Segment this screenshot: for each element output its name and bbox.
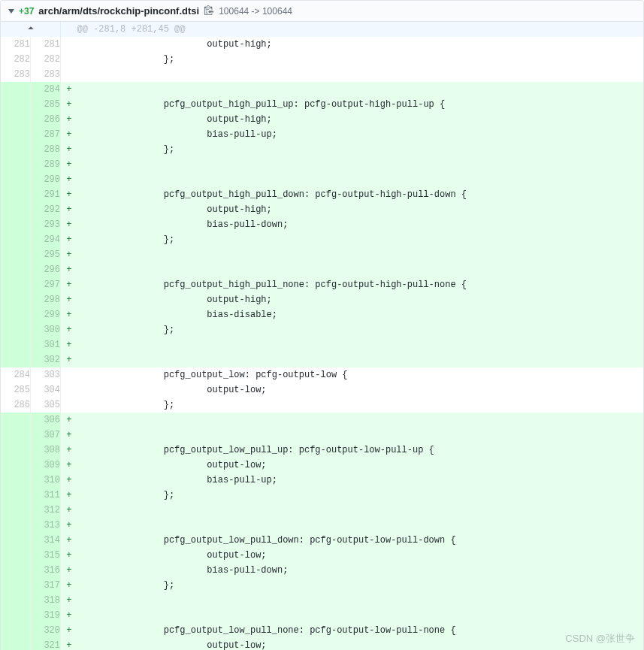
diff-marker: + (61, 172, 77, 187)
new-line-number[interactable]: 298 (31, 292, 61, 307)
new-line-number[interactable]: 321 (31, 638, 61, 650)
new-line-number[interactable]: 306 (31, 413, 61, 428)
new-line-number[interactable]: 295 (31, 247, 61, 262)
old-line-number[interactable] (1, 277, 31, 292)
old-line-number[interactable] (1, 443, 31, 458)
new-line-number[interactable]: 282 (31, 52, 61, 67)
diff-marker (61, 382, 77, 398)
new-line-number[interactable]: 290 (31, 172, 61, 187)
new-line-number[interactable]: 285 (31, 97, 61, 112)
new-line-number[interactable]: 304 (31, 382, 61, 398)
expand-up-row[interactable]: @@ -281,8 +281,45 @@ (1, 22, 644, 37)
old-line-number[interactable] (1, 623, 31, 638)
new-line-number[interactable]: 296 (31, 262, 61, 277)
new-line-number[interactable]: 302 (31, 352, 61, 367)
old-line-number[interactable]: 282 (1, 52, 31, 67)
old-line-number[interactable] (1, 638, 31, 650)
old-line-number[interactable] (1, 97, 31, 112)
expand-up-icon[interactable] (1, 22, 60, 37)
old-line-number[interactable] (1, 142, 31, 157)
diff-row: 297+ pcfg_output_high_pull_none: pcfg-ou… (1, 277, 644, 292)
new-line-number[interactable]: 283 (31, 67, 61, 82)
code-cell (77, 172, 644, 187)
new-line-number[interactable]: 307 (31, 428, 61, 443)
new-line-number[interactable]: 288 (31, 142, 61, 157)
new-line-number[interactable]: 293 (31, 217, 61, 232)
old-line-number[interactable] (1, 608, 31, 623)
diff-marker (61, 398, 77, 413)
new-line-number[interactable]: 312 (31, 503, 61, 518)
new-line-number[interactable]: 294 (31, 232, 61, 247)
old-line-number[interactable] (1, 232, 31, 247)
old-line-number[interactable] (1, 217, 31, 232)
old-line-number[interactable] (1, 112, 31, 127)
new-line-number[interactable]: 305 (31, 398, 61, 413)
new-line-number[interactable]: 311 (31, 488, 61, 503)
new-line-number[interactable]: 308 (31, 443, 61, 458)
new-line-number[interactable]: 310 (31, 473, 61, 488)
new-line-number[interactable]: 315 (31, 548, 61, 563)
old-line-number[interactable] (1, 352, 31, 367)
old-line-number[interactable] (1, 172, 31, 187)
new-line-number[interactable]: 320 (31, 623, 61, 638)
old-line-number[interactable] (1, 593, 31, 608)
new-line-number[interactable]: 316 (31, 563, 61, 578)
new-line-number[interactable]: 303 (31, 367, 61, 382)
new-line-number[interactable]: 318 (31, 593, 61, 608)
new-line-number[interactable]: 281 (31, 37, 61, 52)
new-line-number[interactable]: 301 (31, 337, 61, 352)
old-line-number[interactable] (1, 127, 31, 142)
new-line-number[interactable]: 286 (31, 112, 61, 127)
old-line-number[interactable] (1, 533, 31, 548)
old-line-number[interactable] (1, 307, 31, 322)
old-line-number[interactable] (1, 473, 31, 488)
old-line-number[interactable] (1, 548, 31, 563)
old-line-number[interactable] (1, 563, 31, 578)
collapse-caret-icon[interactable] (8, 9, 14, 14)
new-line-number[interactable]: 297 (31, 277, 61, 292)
new-line-number[interactable]: 292 (31, 202, 61, 217)
old-line-number[interactable] (1, 503, 31, 518)
old-line-number[interactable] (1, 247, 31, 262)
copy-path-icon[interactable] (204, 5, 214, 17)
code-cell (77, 157, 644, 172)
new-line-number[interactable]: 284 (31, 82, 61, 97)
new-line-number[interactable]: 299 (31, 307, 61, 322)
new-line-number[interactable]: 309 (31, 458, 61, 473)
old-line-number[interactable] (1, 187, 31, 202)
old-line-number[interactable] (1, 428, 31, 443)
old-line-number[interactable] (1, 578, 31, 593)
new-line-number[interactable]: 289 (31, 157, 61, 172)
new-line-number[interactable]: 317 (31, 578, 61, 593)
old-line-number[interactable] (1, 157, 31, 172)
code-cell: }; (77, 488, 644, 503)
old-line-number[interactable] (1, 202, 31, 217)
file-path[interactable]: arch/arm/dts/rockchip-pinconf.dtsi (38, 5, 199, 17)
diff-table: @@ -281,8 +281,45 @@ 281281 output-high;… (0, 22, 644, 650)
old-line-number[interactable]: 285 (1, 382, 31, 398)
old-line-number[interactable] (1, 518, 31, 533)
old-line-number[interactable] (1, 262, 31, 277)
old-line-number[interactable] (1, 322, 31, 337)
diff-marker (61, 67, 77, 82)
new-line-number[interactable]: 319 (31, 608, 61, 623)
old-line-number[interactable] (1, 488, 31, 503)
old-line-number[interactable] (1, 82, 31, 97)
new-line-number[interactable]: 313 (31, 518, 61, 533)
old-line-number[interactable]: 284 (1, 367, 31, 382)
new-line-number[interactable]: 287 (31, 127, 61, 142)
code-cell: bias-pull-up; (77, 127, 644, 142)
old-line-number[interactable] (1, 337, 31, 352)
new-line-number[interactable]: 314 (31, 533, 61, 548)
old-line-number[interactable] (1, 292, 31, 307)
old-line-number[interactable] (1, 458, 31, 473)
old-line-number[interactable] (1, 413, 31, 428)
diff-row: 310+ bias-pull-up; (1, 473, 644, 488)
diff-marker: + (61, 503, 77, 518)
old-line-number[interactable]: 283 (1, 67, 31, 82)
new-line-number[interactable]: 300 (31, 322, 61, 337)
diff-marker: + (61, 533, 77, 548)
new-line-number[interactable]: 291 (31, 187, 61, 202)
old-line-number[interactable]: 286 (1, 398, 31, 413)
old-line-number[interactable]: 281 (1, 37, 31, 52)
